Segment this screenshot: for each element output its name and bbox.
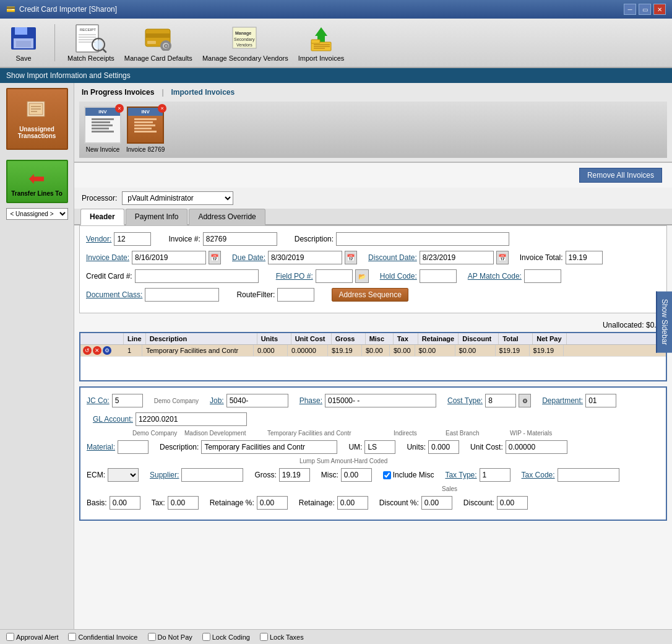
jc-co-sub: Demo Company <box>154 398 199 404</box>
manage-card-button[interactable]: ⚙ Manage Card Defaults <box>124 24 192 62</box>
confidential-invoice-checkbox[interactable] <box>68 633 76 641</box>
jc-co-sub-label <box>89 430 130 437</box>
vendor-input[interactable] <box>114 232 151 246</box>
tab-imported[interactable]: Imported Invoices <box>169 87 238 98</box>
secondary-vendors-button[interactable]: Manage Secondary Vendors Manage Secondar… <box>202 24 288 62</box>
cost-type-browse-button[interactable]: ⚙ <box>519 394 531 407</box>
tab-address-override[interactable]: Address Override <box>189 209 265 225</box>
close-button[interactable]: ✕ <box>653 4 666 15</box>
ecm-select[interactable] <box>108 468 139 482</box>
gross-input[interactable] <box>279 468 310 482</box>
address-sequence-button[interactable]: Address Sequence <box>332 288 408 302</box>
tax-type-input[interactable] <box>480 468 510 482</box>
do-not-pay-checkbox[interactable] <box>148 633 156 641</box>
info-bar[interactable]: Show Import Information and Settings <box>0 68 672 83</box>
route-filter-input[interactable] <box>277 288 314 302</box>
doc-class-label[interactable]: Document Class: <box>86 290 142 299</box>
discount-date-calendar-button[interactable]: 📅 <box>496 251 509 264</box>
material-label[interactable]: Material: <box>87 443 115 451</box>
material-input[interactable] <box>118 440 149 454</box>
ap-match-label[interactable]: AP Match Code: <box>468 272 522 281</box>
ap-match-input[interactable] <box>524 269 561 283</box>
misc-input[interactable] <box>341 468 372 482</box>
jc-co-label[interactable]: JC Co: <box>87 396 110 405</box>
unassigned-dropdown[interactable]: < Unassigned > <box>6 208 68 220</box>
row-remove-icon[interactable]: ✕ <box>93 346 101 355</box>
match-receipts-button[interactable]: RECEIPT Match Receipts <box>67 24 114 62</box>
phase-input[interactable] <box>325 394 436 407</box>
approval-alert-checkbox[interactable] <box>6 633 14 641</box>
unit-cost-group: Unit Cost: <box>470 440 567 454</box>
jc-co-input[interactable] <box>112 394 143 407</box>
tax-code-label[interactable]: Tax Code: <box>522 471 555 479</box>
doc-class-input[interactable] <box>145 288 219 302</box>
row-delete-icon[interactable]: ↺ <box>83 346 92 355</box>
due-date-label[interactable]: Due Date: <box>232 253 265 262</box>
unit-cost-input[interactable] <box>506 440 567 454</box>
tab-header[interactable]: Header <box>80 209 124 225</box>
remove-all-invoices-button[interactable]: Remove All Invoices <box>579 168 662 183</box>
restore-button[interactable]: ▭ <box>639 4 651 15</box>
gl-account-label[interactable]: GL Account: <box>93 415 133 424</box>
due-date-input[interactable] <box>268 251 342 264</box>
invoice-date-label[interactable]: Invoice Date: <box>86 253 129 262</box>
job-label[interactable]: Job: <box>210 396 224 405</box>
tab-in-progress[interactable]: In Progress Invoices <box>79 87 157 98</box>
unassigned-transactions-button[interactable]: UnassignedTransactions <box>6 88 68 150</box>
tab-payment-info[interactable]: Payment Info <box>126 209 188 225</box>
new-invoice-badge[interactable]: × <box>115 104 124 113</box>
retainage-input[interactable] <box>337 496 368 510</box>
um-input[interactable] <box>364 440 395 454</box>
route-filter-group: RouteFilter: <box>236 288 314 302</box>
include-misc-checkbox[interactable] <box>383 471 391 479</box>
field-po-input[interactable] <box>316 269 353 283</box>
invoice-date-calendar-button[interactable]: 📅 <box>209 251 221 264</box>
basis-input[interactable] <box>110 496 140 510</box>
detail-description-input[interactable] <box>201 440 337 454</box>
field-po-browse-button[interactable]: 📂 <box>355 269 369 283</box>
save-button[interactable]: Save <box>5 24 42 62</box>
transfer-lines-button[interactable]: ⬅ Transfer Lines To <box>6 160 68 203</box>
vendor-label[interactable]: Vendor: <box>86 235 111 243</box>
due-date-calendar-button[interactable]: 📅 <box>345 251 357 264</box>
description-input[interactable] <box>336 232 509 246</box>
field-po-label[interactable]: Field PO #: <box>276 272 313 281</box>
discount-date-label[interactable]: Discount Date: <box>368 253 417 262</box>
tax-type-label[interactable]: Tax Type: <box>445 471 476 479</box>
credit-card-input[interactable] <box>135 269 259 283</box>
department-input[interactable] <box>585 394 616 407</box>
cost-type-label[interactable]: Cost Type: <box>447 396 483 405</box>
supplier-input[interactable] <box>181 468 243 482</box>
invoice-total-input[interactable] <box>566 251 603 264</box>
minimize-button[interactable]: ─ <box>624 4 636 15</box>
processor-select[interactable]: pVault Administrator <box>122 191 233 205</box>
invoice-date-input[interactable] <box>132 251 206 264</box>
invoice-num-input[interactable] <box>203 232 277 246</box>
gl-account-input[interactable] <box>136 412 247 426</box>
doc-class-group: Document Class: <box>86 288 219 302</box>
tax-code-input[interactable] <box>558 468 619 482</box>
hold-code-label[interactable]: Hold Code: <box>380 272 417 281</box>
invoice-82769-card[interactable]: INV × Invoice 82769 <box>126 107 165 153</box>
discount-input[interactable] <box>497 496 528 510</box>
invoice-82769-badge[interactable]: × <box>158 104 166 113</box>
discount-date-input[interactable] <box>420 251 494 264</box>
units-input[interactable] <box>428 440 459 454</box>
tax-input[interactable] <box>168 496 199 510</box>
import-invoices-button[interactable]: Import Invoices <box>298 24 345 62</box>
lock-coding-checkbox[interactable] <box>202 633 210 641</box>
new-invoice-card[interactable]: INV × New Invoice <box>84 107 121 153</box>
retainage-pct-input[interactable] <box>257 496 288 510</box>
sidebar-handle[interactable]: Show Sidebar <box>656 292 672 353</box>
row-edit-icon[interactable]: ⚙ <box>103 346 111 355</box>
supplier-label[interactable]: Supplier: <box>150 471 179 479</box>
department-label[interactable]: Department: <box>542 396 583 405</box>
phase-label[interactable]: Phase: <box>299 396 322 405</box>
lock-taxes-checkbox[interactable] <box>260 633 268 641</box>
job-input[interactable] <box>226 394 288 407</box>
retainage-pct-group: Retainage %: <box>210 496 288 510</box>
cost-type-input[interactable] <box>485 394 516 407</box>
jc-co-group: JC Co: <box>87 394 143 407</box>
discount-pct-input[interactable] <box>421 496 452 510</box>
hold-code-input[interactable] <box>420 269 457 283</box>
